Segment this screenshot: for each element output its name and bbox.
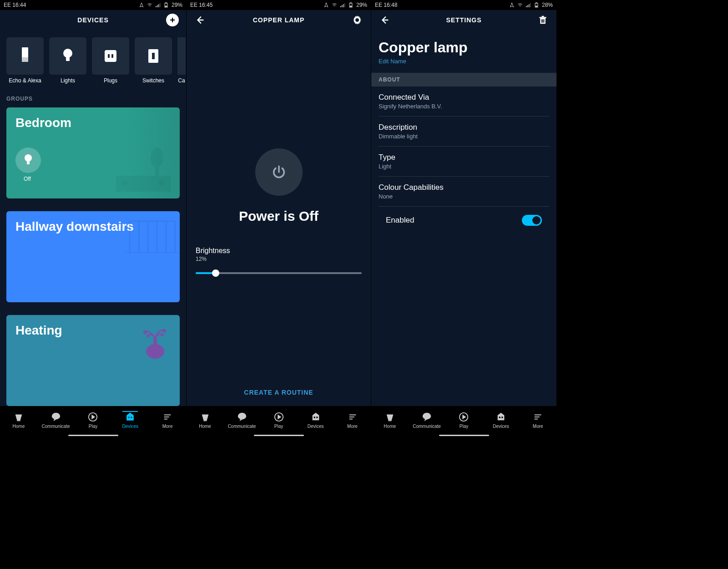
category-lights[interactable]: Lights (49, 37, 86, 84)
category-cameras[interactable]: Ca (177, 37, 186, 84)
category-row[interactable]: Echo & Alexa Lights Plugs Switches Ca (6, 37, 180, 84)
bottom-nav: Home Communicate Play Devices More (0, 406, 186, 437)
carrier-time: EE 16:48 (375, 2, 397, 8)
nav-play[interactable]: Play (447, 412, 480, 429)
nav-play[interactable]: Play (263, 412, 295, 429)
devices-icon (496, 412, 506, 422)
screen-settings: EE 16:48 28% SETTINGS Copper lamp Edit N… (371, 0, 557, 437)
battery-pct: 29% (356, 2, 367, 8)
svg-rect-20 (155, 167, 159, 176)
svg-rect-24 (153, 338, 157, 346)
switch-icon (147, 48, 159, 64)
svg-point-33 (131, 417, 132, 418)
group-bedroom[interactable]: Bedroom Off (6, 107, 180, 198)
status-bar: EE 16:44 29% (0, 0, 186, 10)
nav-communicate[interactable]: Communicate (40, 412, 72, 429)
info-colour: Colour Capabilities None (379, 177, 549, 207)
category-switches[interactable]: Switches (135, 37, 172, 84)
about-header: ABOUT (371, 73, 556, 86)
add-button[interactable]: + (166, 14, 179, 26)
svg-rect-15 (152, 53, 155, 59)
svg-rect-54 (527, 5, 528, 7)
nav-more[interactable]: More (336, 412, 369, 429)
home-indicator (439, 435, 489, 436)
group-bulb-button[interactable] (15, 147, 41, 173)
signal-icon (155, 2, 161, 8)
svg-point-27 (147, 335, 149, 337)
svg-rect-56 (530, 3, 531, 7)
nav-devices[interactable]: Devices (299, 412, 332, 429)
delete-button[interactable] (536, 14, 549, 26)
edit-name-link[interactable]: Edit Name (371, 58, 556, 73)
group-hallway[interactable]: Hallway downstairs (6, 211, 180, 302)
nav-communicate[interactable]: Communicate (226, 412, 258, 429)
back-button[interactable] (194, 14, 207, 26)
signal-icon (340, 2, 345, 8)
svg-rect-64 (542, 19, 543, 23)
svg-point-19 (151, 147, 163, 168)
svg-point-49 (316, 417, 318, 418)
home-icon (14, 412, 24, 422)
chat-icon (51, 412, 61, 422)
svg-point-32 (128, 417, 130, 418)
svg-point-9 (63, 49, 72, 58)
nav-more[interactable]: More (151, 412, 184, 429)
create-routine-link[interactable]: CREATE A ROUTINE (244, 389, 313, 396)
svg-rect-11 (105, 50, 116, 62)
enabled-toggle[interactable] (522, 215, 542, 226)
echo-icon (19, 47, 31, 65)
wifi-icon (332, 2, 337, 8)
svg-point-28 (161, 334, 164, 336)
status-bar: EE 16:45 29% (187, 0, 371, 10)
wifi-icon (147, 2, 152, 8)
info-connected-via[interactable]: Connected Via Signify Netherlands B.V. (379, 86, 549, 117)
enabled-row: Enabled (379, 207, 549, 234)
screen-copper-lamp: EE 16:45 29% COPPER LAMP Power is Off Br… (187, 0, 371, 437)
svg-rect-63 (541, 19, 542, 23)
hallway-illustration (125, 217, 180, 253)
info-description: Description Dimmable light (379, 117, 549, 147)
bulb-icon (62, 48, 74, 64)
carrier-time: EE 16:44 (4, 2, 26, 8)
svg-point-25 (143, 330, 147, 334)
battery-pct: 28% (542, 2, 553, 8)
info-type: Type Light (379, 147, 549, 177)
category-plugs[interactable]: Plugs (92, 37, 129, 84)
svg-rect-58 (536, 3, 537, 3)
battery-icon (534, 2, 539, 8)
brightness-slider[interactable] (196, 269, 362, 278)
nav-home[interactable]: Home (2, 412, 35, 429)
brightness-label: Brightness (196, 247, 362, 255)
chat-icon (422, 412, 432, 422)
wifi-icon (517, 2, 523, 8)
settings-button[interactable] (351, 14, 364, 26)
category-echo-alexa[interactable]: Echo & Alexa (6, 37, 44, 84)
bottom-nav: Home Communicate Play Devices More (371, 406, 556, 437)
svg-point-30 (52, 412, 60, 419)
groups-header: GROUPS (6, 96, 180, 102)
devices-icon (311, 412, 321, 422)
nav-devices[interactable]: Devices (114, 412, 147, 429)
arrow-left-icon (380, 15, 390, 25)
nav-communicate[interactable]: Communicate (410, 412, 443, 429)
nav-devices[interactable]: Devices (485, 412, 517, 429)
nav-home[interactable]: Home (189, 412, 222, 429)
bulb-icon (23, 154, 33, 167)
location-icon (324, 2, 329, 8)
nav-home[interactable]: Home (374, 412, 406, 429)
nav-play[interactable]: Play (76, 412, 109, 429)
svg-rect-6 (165, 6, 167, 7)
power-icon (271, 164, 287, 180)
svg-rect-22 (27, 161, 30, 164)
group-heating[interactable]: Heating (6, 315, 180, 406)
svg-rect-5 (165, 3, 167, 3)
power-button[interactable] (255, 148, 303, 196)
arrow-left-icon (195, 15, 205, 25)
location-icon (139, 2, 144, 8)
brightness-value: 12% (196, 256, 362, 262)
svg-point-67 (423, 412, 431, 419)
back-button[interactable] (379, 14, 391, 26)
svg-rect-55 (529, 4, 530, 7)
nav-more[interactable]: More (521, 412, 554, 429)
svg-point-46 (238, 412, 246, 419)
